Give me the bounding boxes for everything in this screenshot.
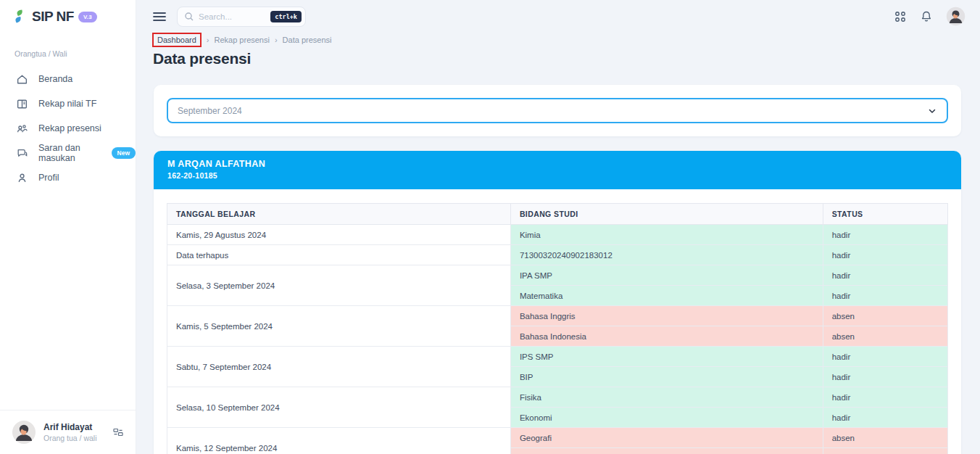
table-row: Kamis, 29 Agustus 2024Kimiahadir — [167, 225, 948, 245]
user-avatar[interactable] — [12, 420, 36, 445]
chevron-right-icon: › — [207, 36, 209, 44]
status-cell: hadir — [823, 265, 947, 286]
table-row: Data terhapus71300320240902183012hadir — [167, 245, 948, 265]
sidebar-item-profil[interactable]: Profil — [0, 165, 136, 190]
topbar: ctrl+k — [136, 0, 980, 28]
page-title: Data presensi — [136, 47, 980, 67]
main-area: ctrl+k — [136, 0, 980, 454]
table-row: Kamis, 5 September 2024Bahasa Inggrisabs… — [167, 306, 948, 326]
leaf-logo-icon — [13, 9, 28, 25]
date-cell: Data terhapus — [167, 245, 511, 265]
breadcrumb-item-dashboard[interactable]: Dashboard — [152, 33, 202, 47]
subject-cell: 71300320240902183012 — [510, 245, 823, 265]
subject-cell: IPA SMP — [510, 265, 823, 286]
student-name: M ARQAN ALFATHAN — [167, 159, 947, 169]
status-cell: absen — [823, 326, 947, 347]
month-select[interactable]: September 2024 — [167, 98, 948, 123]
date-cell: Kamis, 12 September 2024 — [167, 428, 511, 454]
status-cell: hadir — [823, 286, 947, 306]
subject-cell: Geografi — [510, 428, 823, 448]
table-row: Selasa, 3 September 2024IPA SMPhadir — [167, 265, 948, 286]
chat-icon — [16, 147, 28, 160]
status-cell: absen — [823, 306, 947, 326]
apps-grid-icon[interactable] — [894, 10, 907, 23]
chevron-right-icon: › — [275, 36, 278, 44]
app-title: SIP NF — [32, 9, 74, 25]
subject-cell: Matematika — [510, 286, 823, 306]
sidebar-section-label: Orangtua / Wali — [0, 25, 136, 58]
month-select-value: September 2024 — [178, 106, 242, 116]
status-cell: hadir — [823, 408, 947, 428]
notifications-bell-icon[interactable] — [920, 10, 933, 23]
chevron-down-icon — [927, 106, 937, 116]
date-cell: Sabtu, 7 September 2024 — [167, 347, 511, 387]
date-cell: Selasa, 10 September 2024 — [167, 387, 511, 428]
subject-cell: Fisika — [510, 387, 823, 408]
status-cell: absen — [823, 448, 947, 454]
breadcrumb-item-data-presensi: Data presensi — [283, 36, 332, 44]
sidebar-item-label: Saran dan masukan — [38, 143, 90, 163]
shortcut-badge: ctrl+k — [270, 11, 302, 22]
status-cell: hadir — [823, 387, 947, 408]
account-switch-icon[interactable] — [112, 426, 124, 438]
user-name: Arif Hidayat — [43, 422, 105, 432]
header-tanggal-belajar: TANGGAL BELAJAR — [167, 204, 511, 225]
app-screen: SIP NF V.3 Orangtua / Wali Beranda — [0, 0, 980, 454]
date-cell: Kamis, 29 Agustus 2024 — [167, 225, 511, 245]
search-box[interactable]: ctrl+k — [177, 7, 306, 27]
status-cell: hadir — [823, 347, 947, 367]
sidebar-item-label: Profil — [38, 173, 59, 183]
status-cell: absen — [823, 428, 947, 448]
person-icon — [16, 172, 28, 184]
topbar-icons — [894, 7, 966, 26]
book-icon — [16, 98, 28, 110]
sidebar-nav: Beranda Rekap nilai TF — [0, 67, 136, 190]
subject-cell: Bahasa Inggris — [510, 306, 823, 326]
sidebar: SIP NF V.3 Orangtua / Wali Beranda — [0, 0, 136, 454]
sidebar-item-saran-dan-masukan[interactable]: Saran dan masukan New — [0, 141, 136, 165]
table-row: Sabtu, 7 September 2024IPS SMPhadir — [167, 347, 948, 367]
sidebar-item-label: Beranda — [38, 74, 72, 84]
sidebar-item-label: Rekap nilai TF — [38, 99, 96, 109]
hamburger-menu-icon[interactable] — [152, 11, 167, 22]
subject-cell: Bahasa Inggris — [510, 448, 823, 454]
status-cell: hadir — [823, 367, 947, 387]
subject-cell: Kimia — [510, 225, 823, 245]
search-input[interactable] — [199, 12, 266, 21]
sidebar-item-beranda[interactable]: Beranda — [0, 67, 136, 91]
status-cell: hadir — [823, 225, 947, 245]
presence-table: TANGGAL BELAJAR BIDANG STUDI STATUS Kami… — [167, 203, 948, 454]
month-filter-card: September 2024 — [154, 85, 961, 136]
subject-cell: BIP — [510, 367, 823, 387]
header-bidang-studi: BIDANG STUDI — [510, 204, 823, 225]
app-logo: SIP NF V.3 — [0, 0, 136, 25]
table-header-row: TANGGAL BELAJAR BIDANG STUDI STATUS — [167, 204, 948, 225]
table-row: Selasa, 10 September 2024Fisikahadir — [167, 387, 948, 408]
student-header: M ARQAN ALFATHAN 162-20-10185 — [154, 151, 961, 189]
search-icon — [184, 12, 194, 22]
subject-cell: Bahasa Indonesia — [510, 326, 823, 347]
breadcrumb: Dashboard › Rekap presensi › Data presen… — [136, 28, 980, 47]
table-row: Kamis, 12 September 2024Geografiabsen — [167, 428, 948, 448]
presence-table-wrap: TANGGAL BELAJAR BIDANG STUDI STATUS Kami… — [154, 189, 961, 454]
user-info: Arif Hidayat Orang tua / wali — [43, 422, 105, 442]
sidebar-user-footer: Arif Hidayat Orang tua / wali — [0, 410, 136, 454]
user-role: Orang tua / wali — [43, 434, 105, 442]
presence-table-body: Kamis, 29 Agustus 2024KimiahadirData ter… — [167, 225, 948, 454]
date-cell: Selasa, 3 September 2024 — [167, 265, 511, 306]
new-badge: New — [112, 147, 136, 159]
header-status: STATUS — [823, 204, 947, 225]
date-cell: Kamis, 5 September 2024 — [167, 306, 511, 347]
version-badge: V.3 — [78, 12, 97, 22]
sidebar-item-label: Rekap presensi — [38, 123, 101, 133]
home-icon — [16, 73, 28, 86]
subject-cell: Ekonomi — [510, 408, 823, 428]
profile-avatar[interactable] — [946, 7, 966, 26]
student-id: 162-20-10185 — [167, 171, 947, 180]
subject-cell: IPS SMP — [510, 347, 823, 367]
sidebar-item-rekap-nilai-tf[interactable]: Rekap nilai TF — [0, 91, 136, 116]
presence-card: M ARQAN ALFATHAN 162-20-10185 TANGGAL BE… — [154, 151, 961, 454]
people-icon — [16, 123, 28, 135]
breadcrumb-item-rekap-presensi[interactable]: Rekap presensi — [215, 36, 270, 44]
sidebar-item-rekap-presensi[interactable]: Rekap presensi — [0, 116, 136, 141]
